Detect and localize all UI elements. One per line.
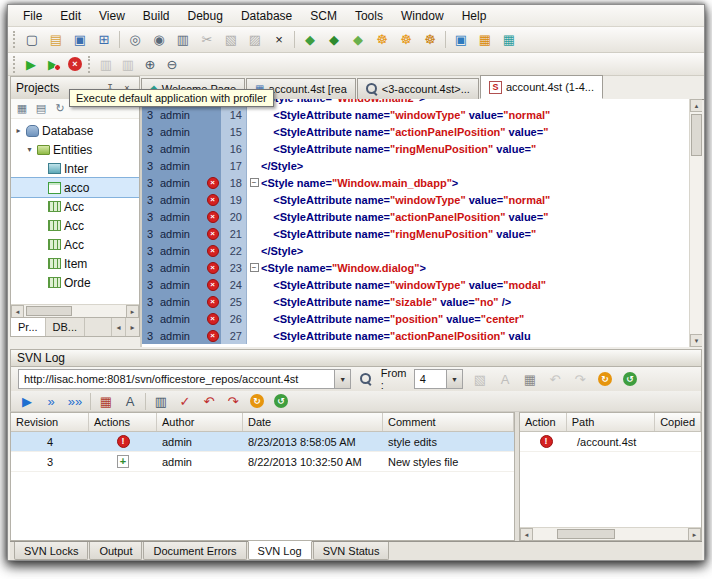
- collapse-all-button[interactable]: ▦: [14, 101, 30, 117]
- tree-item-entities[interactable]: ▾Entities: [11, 140, 139, 159]
- repository-url-combo[interactable]: http://lisac.home:8081/svn/officestore_r…: [18, 369, 351, 389]
- print-preview-button[interactable]: ▥: [117, 54, 139, 74]
- cut-button[interactable]: ✂: [195, 29, 219, 51]
- scroll-up-icon[interactable]: ▲: [690, 99, 702, 112]
- save-button[interactable]: ▣: [68, 29, 92, 51]
- stop-button[interactable]: ×: [64, 54, 86, 74]
- editor-tab-2[interactable]: <3-account.4st>...: [357, 78, 479, 99]
- caret-closed-icon[interactable]: ▸: [14, 126, 23, 135]
- panel-tab-1[interactable]: DB...: [46, 318, 85, 336]
- services-button[interactable]: ☸: [394, 29, 418, 51]
- view-revision-button[interactable]: ▥: [149, 390, 173, 412]
- tree-item-acc[interactable]: Acc: [11, 197, 139, 216]
- search-button[interactable]: ◎: [123, 29, 147, 51]
- link-with-editor-button[interactable]: ▤: [33, 101, 49, 117]
- revision-row-4[interactable]: 4!admin8/23/2013 8:58:05 AMstyle edits: [11, 432, 514, 452]
- column-header-path[interactable]: Path: [567, 413, 655, 431]
- column-header-comment[interactable]: Comment: [383, 413, 514, 431]
- tree-item-acc[interactable]: Acc: [11, 216, 139, 235]
- scroll-tabs-right-icon[interactable]: ▸: [125, 318, 139, 336]
- scroll-thumb[interactable]: [557, 529, 615, 539]
- column-header-actions[interactable]: Actions: [89, 413, 157, 431]
- menu-tools[interactable]: Tools: [346, 6, 392, 26]
- undo-button[interactable]: ↶: [197, 390, 221, 412]
- column-header-revision[interactable]: Revision: [11, 413, 89, 431]
- page-preview-button[interactable]: ▥: [95, 54, 117, 74]
- run-profiler-button[interactable]: ▶: [42, 54, 64, 74]
- tree-item-database[interactable]: ▸Database: [11, 121, 139, 140]
- compare-revisions-button[interactable]: ▧: [468, 368, 492, 390]
- delete-button[interactable]: ×: [267, 29, 291, 51]
- save-all-button[interactable]: ⊞: [92, 29, 116, 51]
- app-settings-button[interactable]: ☸: [370, 29, 394, 51]
- get-all-button[interactable]: »»: [63, 390, 87, 412]
- caret-open-icon[interactable]: ▾: [25, 145, 34, 154]
- refresh-log-button[interactable]: ↺: [269, 390, 293, 412]
- editor-vertical-scrollbar[interactable]: ▲ ▼: [689, 99, 702, 347]
- export-log-button[interactable]: ▦: [518, 368, 542, 390]
- paths-horizontal-scrollbar[interactable]: ◄ ►: [520, 527, 701, 540]
- url-dropdown-arrow[interactable]: ▼: [334, 370, 350, 388]
- rebuild-button[interactable]: ◆: [322, 29, 346, 51]
- menu-database[interactable]: Database: [232, 6, 301, 26]
- new-file-button[interactable]: ▢: [20, 29, 44, 51]
- scroll-thumb[interactable]: [691, 114, 702, 156]
- redo-button[interactable]: ↷: [221, 390, 245, 412]
- undo-merge-button[interactable]: ↶: [543, 368, 567, 390]
- update-to-revision-button[interactable]: ↻: [593, 368, 617, 390]
- menu-debug[interactable]: Debug: [179, 6, 232, 26]
- scroll-right-icon[interactable]: ►: [688, 528, 701, 541]
- paste-button[interactable]: ▨: [243, 29, 267, 51]
- form-designer-button[interactable]: ▣: [449, 29, 473, 51]
- scroll-tabs-left-icon[interactable]: ◂: [111, 318, 125, 336]
- db-designer-button[interactable]: ▦: [497, 29, 521, 51]
- tree-item-acc[interactable]: Acc: [11, 235, 139, 254]
- menu-scm[interactable]: SCM: [301, 6, 346, 26]
- scheduler-button[interactable]: ☸: [418, 29, 442, 51]
- column-header-author[interactable]: Author: [157, 413, 243, 431]
- run-button[interactable]: ▶: [20, 54, 42, 74]
- bottom-tab-svn-locks[interactable]: SVN Locks: [14, 542, 88, 560]
- deploy-button[interactable]: ◆: [346, 29, 370, 51]
- from-dropdown-arrow[interactable]: ▼: [446, 370, 462, 388]
- column-header-action[interactable]: Action: [520, 413, 567, 431]
- search-in-files-button[interactable]: ◉: [147, 29, 171, 51]
- tree-horizontal-scrollbar[interactable]: ◄ ►: [11, 304, 139, 317]
- update-head-button[interactable]: ↻: [245, 390, 269, 412]
- column-header-copied[interactable]: Copied: [655, 413, 701, 431]
- scroll-left-icon[interactable]: ◄: [520, 528, 533, 541]
- zoom-in-button[interactable]: ⊕: [139, 54, 161, 74]
- export-diff-button[interactable]: ▦: [94, 390, 118, 412]
- scroll-track[interactable]: [24, 305, 126, 317]
- tree-item-item[interactable]: Item: [11, 254, 139, 273]
- scroll-thumb[interactable]: [26, 306, 72, 316]
- bottom-tab-output[interactable]: Output: [89, 542, 142, 560]
- browse-repository-button[interactable]: [356, 369, 376, 389]
- menu-file[interactable]: File: [14, 6, 51, 26]
- report-designer-button[interactable]: ▦: [473, 29, 497, 51]
- column-header-date[interactable]: Date: [243, 413, 383, 431]
- get-next-block-button[interactable]: »: [39, 390, 63, 412]
- bottom-tab-document-errors[interactable]: Document Errors: [143, 542, 246, 560]
- bottom-tab-svn-status[interactable]: SVN Status: [313, 542, 390, 560]
- build-button[interactable]: ◆: [298, 29, 322, 51]
- window-layout-button[interactable]: ▥: [171, 29, 195, 51]
- scroll-down-icon[interactable]: ▼: [690, 334, 702, 347]
- editor-tab-3[interactable]: Saccount.4st (1-4...: [480, 75, 603, 99]
- menu-edit[interactable]: Edit: [51, 6, 90, 26]
- tree-item-orde[interactable]: Orde: [11, 273, 139, 292]
- get-log-button[interactable]: ▶: [15, 390, 39, 412]
- tree-item-acco[interactable]: acco: [11, 178, 139, 197]
- fold-toggle[interactable]: −: [247, 259, 261, 276]
- from-revision-combo[interactable]: 4 ▼: [414, 369, 463, 389]
- code-editor[interactable]: 3admin13−<Style name="Window.main2">3adm…: [142, 99, 702, 347]
- menu-view[interactable]: View: [90, 6, 134, 26]
- menu-build[interactable]: Build: [134, 6, 179, 26]
- redo-merge-button[interactable]: ↷: [568, 368, 592, 390]
- commit-button[interactable]: ↺: [618, 368, 642, 390]
- annotate-revision-button[interactable]: A: [118, 390, 142, 412]
- zoom-out-button[interactable]: ⊖: [161, 54, 183, 74]
- annotate-button[interactable]: A: [493, 368, 517, 390]
- bottom-tab-svn-log[interactable]: SVN Log: [248, 541, 312, 560]
- menu-help[interactable]: Help: [453, 6, 496, 26]
